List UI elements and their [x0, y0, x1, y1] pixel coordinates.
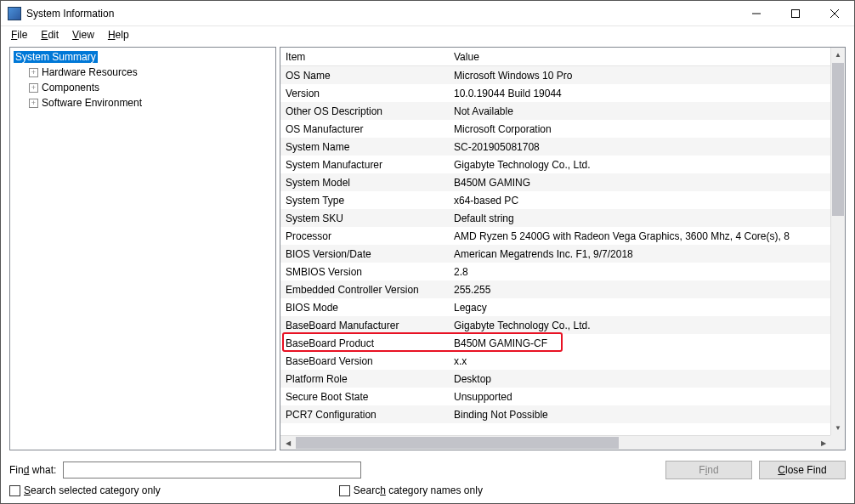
cell-item: Secure Boot State — [280, 391, 449, 403]
minimize-button[interactable] — [737, 1, 776, 25]
tree-root-system-summary[interactable]: System Summary — [10, 49, 275, 65]
table-row[interactable]: BIOS Version/DateAmerican Megatrends Inc… — [280, 245, 845, 263]
cell-item: System Model — [280, 177, 449, 189]
menu-file[interactable]: File — [6, 27, 32, 42]
table-row[interactable]: System Typex64-based PC — [280, 191, 845, 209]
table-row[interactable]: ProcessorAMD Ryzen 5 2400G with Radeon V… — [280, 227, 845, 245]
cell-item: Version — [280, 88, 449, 99]
find-label: Find what: — [9, 464, 56, 476]
cell-value: 255.255 — [449, 284, 845, 296]
table-row[interactable]: SMBIOS Version2.8 — [280, 263, 845, 280]
cell-value: SC-201905081708 — [449, 141, 845, 153]
cell-item: BaseBoard Version — [280, 355, 449, 367]
expand-icon[interactable]: + — [29, 99, 38, 108]
table-header: Item Value — [280, 48, 845, 66]
cell-value: Microsoft Corporation — [449, 123, 845, 135]
titlebar: System Information — [1, 1, 854, 26]
find-options: Search selected category only Search cat… — [1, 483, 854, 503]
cell-item: Other OS Description — [280, 105, 449, 117]
cell-item: Processor — [280, 230, 449, 242]
menu-view[interactable]: View — [67, 27, 99, 42]
search-selected-category-checkbox[interactable]: Search selected category only — [9, 484, 161, 496]
detail-table: Item Value OS NameMicrosoft Windows 10 P… — [280, 48, 845, 423]
cell-value: B450M GAMING-CF — [449, 337, 845, 349]
cell-value: x64-based PC — [449, 195, 845, 207]
scroll-right-arrow-icon[interactable]: ▶ — [816, 436, 830, 450]
table-row[interactable]: BaseBoard ManufacturerGigabyte Technolog… — [280, 316, 845, 334]
search-category-names-checkbox[interactable]: Search category names only — [339, 484, 483, 496]
find-button[interactable]: Find — [665, 461, 752, 479]
cell-item: OS Name — [280, 70, 449, 82]
column-header-item[interactable]: Item — [280, 51, 449, 63]
table-row[interactable]: System SKUDefault string — [280, 209, 845, 227]
expand-icon[interactable]: + — [29, 68, 38, 77]
cell-value: Desktop — [449, 373, 845, 385]
scroll-down-arrow-icon[interactable]: ▼ — [831, 421, 845, 435]
cell-item: BaseBoard Manufacturer — [280, 320, 449, 331]
table-row[interactable]: Platform RoleDesktop — [280, 370, 845, 388]
svg-rect-1 — [792, 9, 800, 17]
category-tree[interactable]: System Summary + Hardware Resources + Co… — [9, 47, 276, 450]
detail-scroll-area: Item Value OS NameMicrosoft Windows 10 P… — [280, 48, 845, 450]
table-row[interactable]: Other OS DescriptionNot Available — [280, 102, 845, 120]
app-icon — [8, 7, 21, 20]
cell-item: System Manufacturer — [280, 159, 449, 171]
table-row[interactable]: PCR7 ConfigurationBinding Not Possible — [280, 405, 845, 423]
column-header-value[interactable]: Value — [449, 51, 845, 63]
cell-value: Microsoft Windows 10 Pro — [449, 70, 845, 82]
window-controls — [737, 1, 854, 25]
expand-icon[interactable]: + — [29, 83, 38, 93]
maximize-button[interactable] — [776, 1, 815, 25]
close-button[interactable] — [815, 1, 854, 25]
menu-help[interactable]: Help — [103, 27, 134, 42]
table-row[interactable]: System ManufacturerGigabyte Technology C… — [280, 156, 845, 173]
cell-item: System Name — [280, 141, 449, 153]
menubar: File Edit View Help — [1, 26, 854, 43]
cell-value: Unsupported — [449, 391, 845, 403]
horizontal-scrollbar[interactable]: ◀ ▶ — [280, 435, 830, 450]
cell-value: 10.0.19044 Build 19044 — [449, 88, 845, 99]
checkbox-icon — [9, 485, 20, 496]
cell-item: System SKU — [280, 212, 449, 224]
cell-value: American Megatrends Inc. F1, 9/7/2018 — [449, 248, 845, 260]
cell-item: BIOS Version/Date — [280, 248, 449, 260]
cell-item: SMBIOS Version — [280, 266, 449, 278]
find-input[interactable] — [63, 462, 360, 479]
table-row[interactable]: Embedded Controller Version255.255 — [280, 280, 845, 298]
system-information-window: System Information File Edit View Help S… — [0, 0, 855, 504]
table-row[interactable]: BaseBoard ProductB450M GAMING-CF — [280, 334, 845, 352]
cell-item: OS Manufacturer — [280, 123, 449, 135]
table-row[interactable]: System ModelB450M GAMING — [280, 173, 845, 191]
scroll-thumb[interactable] — [832, 63, 844, 216]
cell-value: Gigabyte Technology Co., Ltd. — [449, 320, 845, 331]
cell-value: Binding Not Possible — [449, 409, 845, 421]
detail-panel: Item Value OS NameMicrosoft Windows 10 P… — [280, 47, 846, 450]
table-row[interactable]: System NameSC-201905081708 — [280, 138, 845, 156]
scroll-left-arrow-icon[interactable]: ◀ — [280, 436, 295, 450]
cell-value: Gigabyte Technology Co., Ltd. — [449, 159, 845, 171]
tree-item-components[interactable]: + Components — [10, 80, 275, 95]
table-row[interactable]: BIOS ModeLegacy — [280, 298, 845, 316]
menu-edit[interactable]: Edit — [36, 27, 64, 42]
tree-item-software-environment[interactable]: + Software Environment — [10, 95, 275, 110]
scroll-corner — [830, 435, 845, 450]
table-row[interactable]: BaseBoard Versionx.x — [280, 352, 845, 370]
table-row[interactable]: Secure Boot StateUnsupported — [280, 388, 845, 405]
find-bar: Find what: Find Close Find — [1, 456, 854, 483]
scroll-thumb[interactable] — [296, 437, 619, 449]
cell-value: Default string — [449, 212, 845, 224]
cell-item: BIOS Mode — [280, 302, 449, 314]
tree-item-hardware-resources[interactable]: + Hardware Resources — [10, 65, 275, 80]
vertical-scrollbar[interactable]: ▲ ▼ — [830, 48, 845, 435]
close-find-button[interactable]: Close Find — [759, 461, 846, 479]
table-row[interactable]: Version10.0.19044 Build 19044 — [280, 84, 845, 102]
window-title: System Information — [26, 8, 737, 20]
cell-value: Legacy — [449, 302, 845, 314]
table-row[interactable]: OS NameMicrosoft Windows 10 Pro — [280, 66, 845, 84]
table-row[interactable]: OS ManufacturerMicrosoft Corporation — [280, 120, 845, 138]
cell-item: System Type — [280, 195, 449, 207]
checkbox-icon — [339, 485, 350, 496]
cell-item: Platform Role — [280, 373, 449, 385]
scroll-up-arrow-icon[interactable]: ▲ — [831, 48, 845, 62]
cell-value: x.x — [449, 355, 845, 367]
